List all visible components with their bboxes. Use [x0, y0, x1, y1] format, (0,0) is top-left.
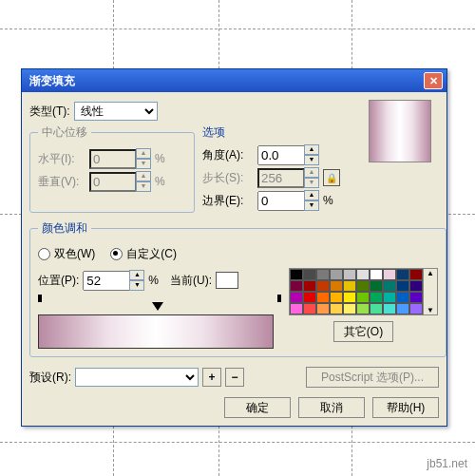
chevron-down-icon[interactable]: ▼ — [427, 306, 434, 314]
color-swatch[interactable] — [396, 292, 409, 303]
color-swatch[interactable] — [343, 303, 356, 314]
color-swatch[interactable] — [383, 292, 396, 303]
preset-add-button[interactable]: + — [202, 368, 221, 387]
color-swatch[interactable] — [290, 269, 303, 280]
color-swatch[interactable] — [396, 269, 409, 280]
dialog-title: 渐变填充 — [26, 73, 424, 89]
type-select[interactable]: 线性 — [74, 102, 158, 121]
color-swatch[interactable] — [330, 280, 343, 292]
preset-remove-button[interactable]: − — [225, 368, 244, 387]
color-swatch[interactable] — [409, 269, 423, 280]
step-spinner: ▲▼ — [257, 167, 319, 188]
edge-label: 边界(E): — [202, 193, 254, 209]
color-swatch[interactable] — [343, 280, 356, 292]
edge-spinner[interactable]: ▲▼ — [257, 190, 319, 211]
color-swatch[interactable] — [316, 280, 330, 292]
titlebar[interactable]: 渐变填充 ✕ — [22, 69, 446, 92]
color-swatch[interactable] — [370, 269, 383, 280]
color-swatch[interactable] — [409, 303, 423, 314]
options-group: 选项 角度(A): ▲▼ 步长(S): ▲▼ 🔒 边界(E): ▲▼ % — [202, 124, 383, 213]
center-legend: 中心位移 — [38, 124, 91, 141]
color-swatch[interactable] — [396, 280, 409, 292]
horiz-spinner: ▲▼ — [89, 148, 151, 169]
other-button[interactable]: 其它(O) — [333, 321, 393, 342]
color-swatch[interactable] — [303, 292, 316, 303]
color-swatch[interactable] — [396, 303, 409, 314]
horiz-label: 水平(I): — [38, 151, 86, 167]
color-swatch[interactable] — [383, 303, 396, 314]
color-swatch[interactable] — [330, 303, 343, 314]
current-label: 当前(U): — [170, 273, 212, 289]
color-swatch[interactable] — [370, 280, 383, 292]
type-label: 类型(T): — [29, 104, 70, 120]
color-swatch[interactable] — [330, 292, 343, 303]
position-spinner[interactable]: ▲▼ — [83, 270, 144, 291]
color-swatch[interactable] — [383, 269, 396, 280]
color-swatch[interactable] — [303, 303, 316, 314]
palette-scrollbar[interactable]: ▲▼ — [424, 268, 438, 315]
preset-label: 预设(R): — [29, 370, 71, 386]
step-label: 步长(S): — [202, 170, 254, 186]
custom-radio[interactable]: 自定义(C) — [110, 246, 177, 262]
color-swatch[interactable] — [290, 280, 303, 292]
lock-icon[interactable]: 🔒 — [323, 169, 340, 186]
ok-button[interactable]: 确定 — [224, 397, 291, 418]
gradient-preview — [369, 100, 431, 162]
color-swatch[interactable] — [303, 280, 316, 292]
color-swatch[interactable] — [370, 292, 383, 303]
color-swatch[interactable] — [356, 303, 370, 314]
current-swatch[interactable] — [216, 272, 238, 289]
vert-label: 垂直(V): — [38, 174, 86, 190]
color-swatch[interactable] — [316, 292, 330, 303]
color-swatch[interactable] — [316, 303, 330, 314]
vert-spinner: ▲▼ — [89, 171, 151, 192]
color-swatch[interactable] — [409, 292, 423, 303]
color-swatch[interactable] — [330, 269, 343, 280]
color-swatch[interactable] — [303, 269, 316, 280]
color-swatch[interactable] — [356, 292, 370, 303]
color-swatch[interactable] — [356, 280, 370, 292]
color-swatch[interactable] — [290, 303, 303, 314]
cancel-button[interactable]: 取消 — [298, 397, 365, 418]
color-swatch[interactable] — [370, 303, 383, 314]
preset-select[interactable] — [75, 368, 199, 387]
gradient-marker[interactable] — [152, 302, 163, 311]
help-button[interactable]: 帮助(H) — [372, 397, 439, 418]
chevron-up-icon[interactable]: ▲ — [427, 269, 434, 277]
two-color-radio[interactable]: 双色(W) — [38, 246, 95, 262]
close-icon[interactable]: ✕ — [424, 72, 443, 89]
gradient-fill-dialog: 渐变填充 ✕ 类型(T): 线性 中心位移 水平(I): ▲▼ % 垂直(V):… — [21, 68, 447, 427]
color-blend-group: 颜色调和 双色(W) 自定义(C) 位置(P): ▲▼ % 当前(U): ▲▼ … — [29, 220, 446, 357]
options-legend: 选项 — [202, 124, 383, 141]
angle-spinner[interactable]: ▲▼ — [257, 144, 319, 165]
color-swatch[interactable] — [343, 269, 356, 280]
watermark: jb51.net — [427, 457, 467, 470]
color-swatch[interactable] — [343, 292, 356, 303]
postscript-button: PostScript 选项(P)... — [306, 367, 439, 388]
color-swatch[interactable] — [383, 280, 396, 292]
center-offset-group: 中心位移 水平(I): ▲▼ % 垂直(V): ▲▼ % — [29, 124, 195, 213]
color-swatch[interactable] — [290, 292, 303, 303]
angle-label: 角度(A): — [202, 147, 254, 163]
color-swatch[interactable] — [316, 269, 330, 280]
color-swatch[interactable] — [409, 280, 423, 292]
gradient-bar[interactable] — [38, 314, 274, 349]
position-label: 位置(P): — [38, 273, 79, 289]
color-swatch[interactable] — [356, 269, 370, 280]
color-palette[interactable] — [289, 268, 424, 315]
blend-legend: 颜色调和 — [38, 220, 91, 237]
